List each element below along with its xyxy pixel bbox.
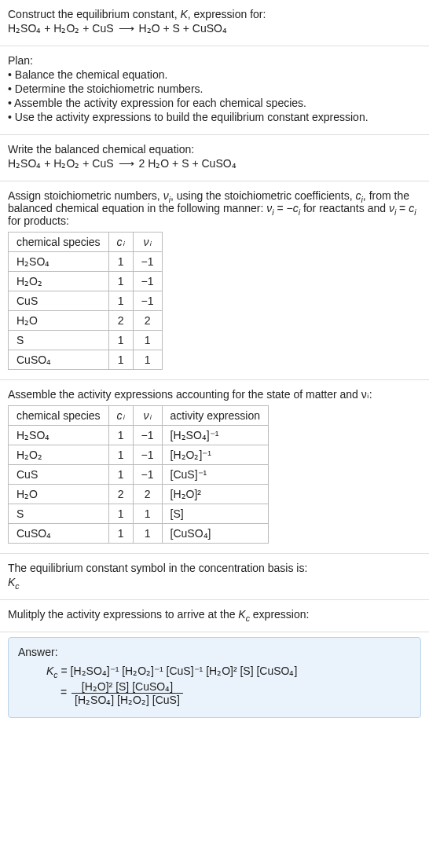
table-row: H₂O22[H₂O]² bbox=[9, 485, 269, 504]
assign-section: Assign stoichiometric numbers, νi, using… bbox=[0, 181, 429, 380]
stoich-table: chemical species cᵢ νᵢ H₂SO₄1−1 H₂O₂1−1 … bbox=[8, 232, 163, 370]
plan-section: Plan: • Balance the chemical equation. •… bbox=[0, 46, 429, 135]
col-ci: cᵢ bbox=[108, 406, 133, 426]
symbol-section: The equilibrium constant symbol in the c… bbox=[0, 554, 429, 600]
plan-item: • Assemble the activity expression for e… bbox=[8, 97, 421, 109]
heading-section: Construct the equilibrium constant, K, e… bbox=[0, 0, 429, 46]
answer-box: Answer: Kc = [H₂SO₄]⁻¹ [H₂O₂]⁻¹ [CuS]⁻¹ … bbox=[8, 637, 421, 718]
fraction-numerator: [H₂O]² [S] [CuSO₄] bbox=[72, 680, 183, 693]
plan-item: • Use the activity expressions to build … bbox=[8, 111, 421, 123]
table-row: H₂O₂1−1 bbox=[9, 272, 163, 291]
multiply-section: Mulitply the activity expressions to arr… bbox=[0, 600, 429, 632]
symbol-kc: Kc bbox=[8, 576, 421, 588]
table-row: S11[S] bbox=[9, 504, 269, 524]
assemble-section: Assemble the activity expressions accoun… bbox=[0, 380, 429, 554]
answer-line-2: = [H₂O]² [S] [CuSO₄] [H₂SO₄] [H₂O₂] [CuS… bbox=[18, 680, 411, 706]
table-header-row: chemical species cᵢ νᵢ bbox=[9, 233, 163, 252]
table-row: CuSO₄11[CuSO₄] bbox=[9, 524, 269, 544]
table-row: H₂O22 bbox=[9, 311, 163, 331]
table-row: CuS1−1 bbox=[9, 291, 163, 311]
table-row: CuS1−1[CuS]⁻¹ bbox=[9, 465, 269, 485]
table-row: CuSO₄11 bbox=[9, 350, 163, 370]
answer-product: [H₂SO₄]⁻¹ [H₂O₂]⁻¹ [CuS]⁻¹ [H₂O]² [S] [C… bbox=[71, 665, 298, 677]
assemble-heading: Assemble the activity expressions accoun… bbox=[8, 388, 421, 401]
balanced-heading: Write the balanced chemical equation: bbox=[8, 143, 421, 156]
col-activity: activity expression bbox=[162, 406, 268, 426]
table-row: H₂SO₄1−1[H₂SO₄]⁻¹ bbox=[9, 426, 269, 445]
plan-heading: Plan: bbox=[8, 54, 421, 67]
plan-item: • Balance the chemical equation. bbox=[8, 68, 421, 81]
reactant-h2o2: H₂O₂ bbox=[53, 22, 79, 35]
answer-fraction: [H₂O]² [S] [CuSO₄] [H₂SO₄] [H₂O₂] [CuS] bbox=[72, 680, 183, 706]
reactant-h2so4: H₂SO₄ bbox=[8, 22, 41, 35]
answer-label: Answer: bbox=[18, 646, 411, 658]
plan-item: • Determine the stoichiometric numbers. bbox=[8, 82, 421, 95]
page-title: Construct the equilibrium constant, K, e… bbox=[8, 8, 421, 20]
answer-line-1: Kc = [H₂SO₄]⁻¹ [H₂O₂]⁻¹ [CuS]⁻¹ [H₂O]² [… bbox=[18, 665, 411, 677]
title-k: K bbox=[180, 8, 187, 20]
col-ci: cᵢ bbox=[108, 233, 133, 252]
balanced-section: Write the balanced chemical equation: H₂… bbox=[0, 135, 429, 181]
reactant-cus: CuS bbox=[92, 22, 113, 35]
table-header-row: chemical species cᵢ νᵢ activity expressi… bbox=[9, 406, 269, 426]
coeff-2: 2 bbox=[139, 157, 148, 170]
multiply-text: Mulitply the activity expressions to arr… bbox=[8, 608, 421, 621]
balanced-equation: H₂SO₄ + H₂O₂ + CuS⟶2 H₂O + S + CuSO₄ bbox=[8, 157, 421, 170]
symbol-text: The equilibrium constant symbol in the c… bbox=[8, 562, 421, 574]
col-nui: νᵢ bbox=[133, 233, 162, 252]
table-row: H₂O₂1−1[H₂O₂]⁻¹ bbox=[9, 445, 269, 465]
product-h2o: H₂O bbox=[139, 22, 160, 35]
product-cuso4: CuSO₄ bbox=[192, 22, 227, 35]
product-s: S bbox=[172, 22, 179, 35]
col-species: chemical species bbox=[9, 233, 109, 252]
col-species: chemical species bbox=[9, 406, 109, 426]
activity-table: chemical species cᵢ νᵢ activity expressi… bbox=[8, 405, 269, 544]
table-row: S11 bbox=[9, 331, 163, 350]
assign-text: Assign stoichiometric numbers, νi, using… bbox=[8, 189, 421, 227]
fraction-denominator: [H₂SO₄] [H₂O₂] [CuS] bbox=[72, 693, 183, 706]
table-row: H₂SO₄1−1 bbox=[9, 252, 163, 272]
title-suffix: , expression for: bbox=[188, 8, 266, 20]
col-nui: νᵢ bbox=[133, 406, 162, 426]
reaction-arrow: ⟶ bbox=[114, 22, 139, 35]
title-prefix: Construct the equilibrium constant, bbox=[8, 8, 180, 20]
unbalanced-equation: H₂SO₄ + H₂O₂ + CuS⟶H₂O + S + CuSO₄ bbox=[8, 22, 421, 35]
